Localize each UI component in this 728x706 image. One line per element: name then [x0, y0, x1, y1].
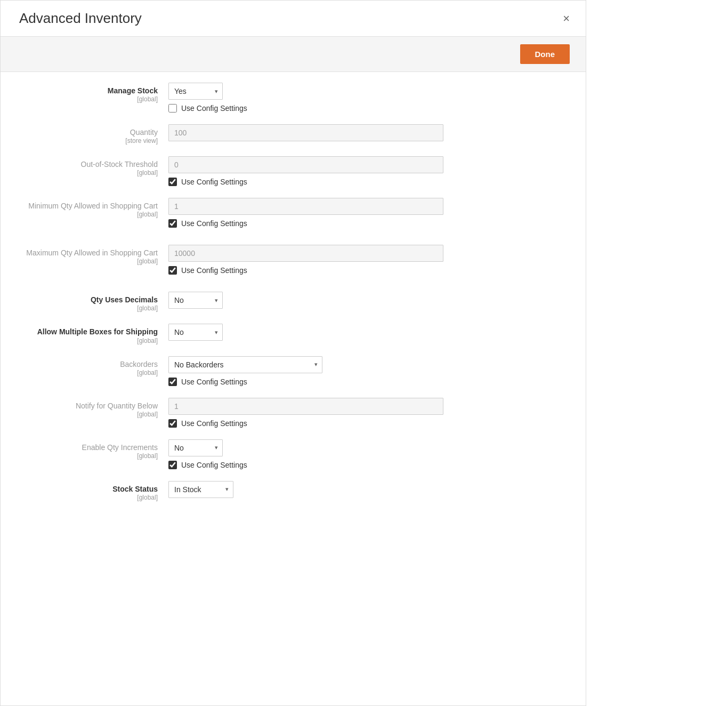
- checkbox-max-qty[interactable]: [168, 266, 177, 275]
- label-text-out-of-stock-threshold: Out-of-Stock Threshold: [17, 159, 158, 169]
- form-row-notify-qty-below: Notify for Quantity Below[global]Use Con…: [17, 398, 570, 428]
- label-scope-stock-status: [global]: [17, 494, 158, 501]
- checkbox-label-manage-stock: Use Config Settings: [181, 104, 247, 113]
- form-row-qty-uses-decimals: Qty Uses Decimals[global]NoYes▾: [17, 292, 570, 312]
- form-row-min-qty: Minimum Qty Allowed in Shopping Cart[glo…: [17, 198, 570, 228]
- label-text-min-qty: Minimum Qty Allowed in Shopping Cart: [17, 201, 158, 211]
- form-row-out-of-stock-threshold: Out-of-Stock Threshold[global]Use Config…: [17, 156, 570, 186]
- label-text-allow-multiple-boxes: Allow Multiple Boxes for Shipping: [17, 327, 158, 336]
- input-out-of-stock-threshold[interactable]: [168, 156, 443, 173]
- checkbox-row-manage-stock: Use Config Settings: [168, 104, 570, 113]
- label-text-backorders: Backorders: [17, 359, 158, 369]
- select-manage-stock[interactable]: YesNo: [169, 83, 222, 99]
- label-backorders: Backorders[global]: [17, 356, 168, 376]
- control-notify-qty-below: Use Config Settings: [168, 398, 570, 428]
- label-quantity: Quantity[store view]: [17, 124, 168, 145]
- label-text-quantity: Quantity: [17, 127, 158, 137]
- checkbox-label-enable-qty-increments: Use Config Settings: [181, 461, 247, 469]
- input-min-qty[interactable]: [168, 198, 443, 215]
- control-stock-status: In StockOut of Stock▾: [168, 481, 570, 498]
- select-wrapper-allow-multiple-boxes: NoYes▾: [168, 324, 223, 341]
- control-backorders: No BackordersAllow Qty Below 0Allow Qty …: [168, 356, 570, 386]
- checkbox-enable-qty-increments[interactable]: [168, 461, 177, 469]
- label-scope-allow-multiple-boxes: [global]: [17, 337, 158, 344]
- checkbox-row-out-of-stock-threshold: Use Config Settings: [168, 178, 570, 186]
- checkbox-manage-stock[interactable]: [168, 104, 177, 113]
- input-quantity[interactable]: [168, 124, 443, 141]
- checkbox-row-backorders: Use Config Settings: [168, 378, 570, 386]
- control-qty-uses-decimals: NoYes▾: [168, 292, 570, 309]
- label-scope-backorders: [global]: [17, 369, 158, 376]
- label-text-enable-qty-increments: Enable Qty Increments: [17, 443, 158, 452]
- label-scope-min-qty: [global]: [17, 211, 158, 218]
- control-quantity: [168, 124, 570, 141]
- label-manage-stock: Manage Stock[global]: [17, 83, 168, 103]
- form-row-manage-stock: Manage Stock[global]YesNo▾Use Config Set…: [17, 83, 570, 113]
- checkbox-label-out-of-stock-threshold: Use Config Settings: [181, 178, 247, 186]
- checkbox-min-qty[interactable]: [168, 219, 177, 228]
- label-scope-qty-uses-decimals: [global]: [17, 304, 158, 312]
- checkbox-notify-qty-below[interactable]: [168, 419, 177, 428]
- select-wrapper-backorders: No BackordersAllow Qty Below 0Allow Qty …: [168, 356, 322, 373]
- label-text-manage-stock: Manage Stock: [17, 86, 158, 95]
- control-enable-qty-increments: NoYes▾Use Config Settings: [168, 439, 570, 469]
- form-row-backorders: Backorders[global]No BackordersAllow Qty…: [17, 356, 570, 386]
- label-scope-max-qty: [global]: [17, 258, 158, 265]
- input-notify-qty-below[interactable]: [168, 398, 443, 415]
- toolbar: Done: [1, 37, 586, 72]
- control-min-qty: Use Config Settings: [168, 198, 570, 228]
- label-scope-notify-qty-below: [global]: [17, 411, 158, 418]
- select-stock-status[interactable]: In StockOut of Stock: [169, 482, 233, 498]
- checkbox-row-max-qty: Use Config Settings: [168, 266, 570, 275]
- close-button[interactable]: ×: [563, 13, 570, 25]
- label-text-max-qty: Maximum Qty Allowed in Shopping Cart: [17, 248, 158, 258]
- checkbox-label-min-qty: Use Config Settings: [181, 219, 247, 228]
- checkbox-row-enable-qty-increments: Use Config Settings: [168, 461, 570, 469]
- select-wrapper-qty-uses-decimals: NoYes▾: [168, 292, 223, 309]
- form-body: Manage Stock[global]YesNo▾Use Config Set…: [1, 72, 586, 534]
- select-wrapper-manage-stock: YesNo▾: [168, 83, 223, 100]
- label-qty-uses-decimals: Qty Uses Decimals[global]: [17, 292, 168, 312]
- label-scope-quantity: [store view]: [17, 137, 158, 145]
- label-max-qty: Maximum Qty Allowed in Shopping Cart[glo…: [17, 245, 168, 265]
- select-enable-qty-increments[interactable]: NoYes: [169, 440, 222, 456]
- control-max-qty: Use Config Settings: [168, 245, 570, 275]
- label-scope-out-of-stock-threshold: [global]: [17, 169, 158, 176]
- modal-title: Advanced Inventory: [19, 10, 142, 27]
- checkbox-out-of-stock-threshold[interactable]: [168, 178, 177, 186]
- checkbox-label-max-qty: Use Config Settings: [181, 266, 247, 275]
- checkbox-label-notify-qty-below: Use Config Settings: [181, 419, 247, 428]
- label-enable-qty-increments: Enable Qty Increments[global]: [17, 439, 168, 460]
- checkbox-label-backorders: Use Config Settings: [181, 378, 247, 386]
- form-row-stock-status: Stock Status[global]In StockOut of Stock…: [17, 481, 570, 501]
- select-wrapper-enable-qty-increments: NoYes▾: [168, 439, 223, 456]
- select-backorders[interactable]: No BackordersAllow Qty Below 0Allow Qty …: [169, 357, 322, 373]
- select-wrapper-stock-status: In StockOut of Stock▾: [168, 481, 233, 498]
- checkbox-row-min-qty: Use Config Settings: [168, 219, 570, 228]
- form-row-max-qty: Maximum Qty Allowed in Shopping Cart[glo…: [17, 245, 570, 275]
- label-out-of-stock-threshold: Out-of-Stock Threshold[global]: [17, 156, 168, 176]
- checkbox-row-notify-qty-below: Use Config Settings: [168, 419, 570, 428]
- advanced-inventory-modal: Advanced Inventory × Done Manage Stock[g…: [0, 0, 586, 706]
- control-allow-multiple-boxes: NoYes▾: [168, 324, 570, 341]
- done-button[interactable]: Done: [520, 44, 570, 64]
- label-notify-qty-below: Notify for Quantity Below[global]: [17, 398, 168, 418]
- select-allow-multiple-boxes[interactable]: NoYes: [169, 324, 222, 340]
- label-stock-status: Stock Status[global]: [17, 481, 168, 501]
- label-scope-enable-qty-increments: [global]: [17, 452, 158, 460]
- select-qty-uses-decimals[interactable]: NoYes: [169, 292, 222, 308]
- label-text-stock-status: Stock Status: [17, 484, 158, 494]
- label-min-qty: Minimum Qty Allowed in Shopping Cart[glo…: [17, 198, 168, 218]
- form-row-enable-qty-increments: Enable Qty Increments[global]NoYes▾Use C…: [17, 439, 570, 469]
- modal-header: Advanced Inventory ×: [1, 1, 586, 37]
- control-manage-stock: YesNo▾Use Config Settings: [168, 83, 570, 113]
- input-max-qty[interactable]: [168, 245, 443, 262]
- label-text-qty-uses-decimals: Qty Uses Decimals: [17, 295, 158, 304]
- form-row-quantity: Quantity[store view]: [17, 124, 570, 145]
- label-allow-multiple-boxes: Allow Multiple Boxes for Shipping[global…: [17, 324, 168, 344]
- form-row-allow-multiple-boxes: Allow Multiple Boxes for Shipping[global…: [17, 324, 570, 344]
- checkbox-backorders[interactable]: [168, 378, 177, 386]
- control-out-of-stock-threshold: Use Config Settings: [168, 156, 570, 186]
- label-text-notify-qty-below: Notify for Quantity Below: [17, 401, 158, 411]
- label-scope-manage-stock: [global]: [17, 95, 158, 103]
